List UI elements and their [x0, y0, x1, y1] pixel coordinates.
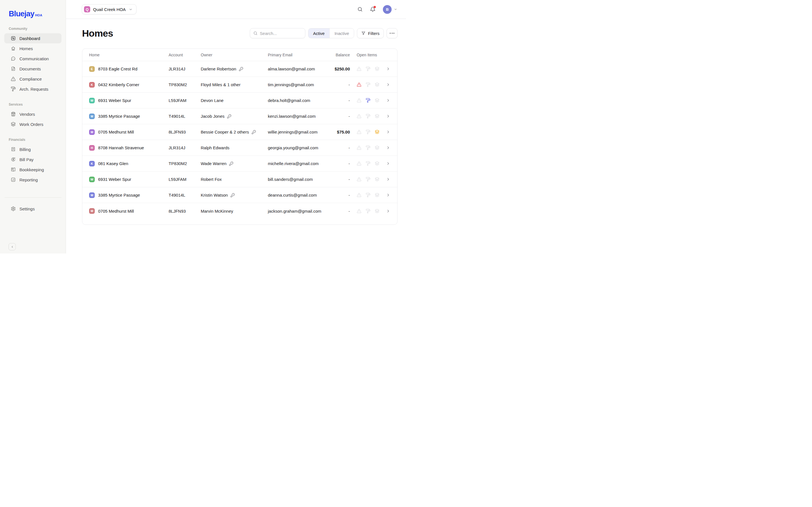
arch-request-icon — [366, 193, 370, 198]
user-menu[interactable]: B — [383, 5, 398, 14]
filters-label: Filters — [368, 31, 379, 36]
chevron-right-icon — [386, 209, 391, 214]
sidebar-item-bookkeeping[interactable]: Bookkeeping — [4, 165, 61, 175]
table-search — [250, 28, 305, 38]
th-home: Home — [89, 53, 168, 57]
dot-icon — [393, 33, 395, 34]
open-items-cell — [350, 209, 379, 214]
owner-name: Bessie Cooper & 2 others — [201, 129, 249, 134]
balance-cell: - — [329, 98, 350, 103]
tab-inactive[interactable]: Inactive — [329, 29, 354, 38]
sidebar-item-work-orders[interactable]: Work Orders — [4, 119, 61, 129]
work-order-icon — [375, 145, 379, 150]
brand-suffix: HOA — [35, 13, 42, 17]
global-search-button[interactable] — [357, 6, 363, 12]
search-input[interactable] — [260, 31, 302, 36]
th-open-items: Open Items — [350, 53, 379, 57]
bill-pay-icon — [11, 157, 16, 162]
table-row[interactable]: W 6931 Weber Spur L59JFAM Devon Lane deb… — [82, 93, 397, 108]
account-cell: 8LJFN93 — [168, 209, 201, 214]
home-address: 8703 Eagle Crest Rd — [98, 66, 137, 71]
notifications-button[interactable] — [370, 6, 375, 12]
work-order-icon — [375, 82, 379, 87]
sidebar-item-compliance[interactable]: Compliance — [4, 74, 61, 84]
compliance-alert-icon — [357, 145, 361, 150]
brand-name: Bluejay — [9, 10, 34, 18]
sidebar-item-label: Arch. Requests — [19, 87, 49, 92]
email-cell: alma.lawson@gmail.com — [268, 66, 329, 71]
email-cell: tim.jennings@gmail.com — [268, 82, 329, 87]
email-cell: bill.sanders@gmail.com — [268, 177, 329, 182]
sidebar-item-arch-requests[interactable]: Arch. Requests — [4, 84, 61, 94]
sidebar-item-label: Bookkeeping — [19, 167, 44, 172]
sidebar-item-reporting[interactable]: Reporting — [4, 175, 61, 185]
work-order-icon — [375, 98, 379, 103]
arch-request-icon — [366, 114, 370, 119]
key-icon — [227, 114, 232, 119]
email-cell: michelle.rivera@gmail.com — [268, 161, 329, 166]
app-root: Bluejay HOA Community Dashboard Homes Co… — [0, 0, 406, 253]
community-selector[interactable]: Q Quail Creek HOA — [82, 4, 137, 14]
email-cell: willie.jennings@gmail.com — [268, 129, 329, 134]
home-address: 0432 Kimberly Corner — [98, 82, 139, 87]
notification-dot — [373, 6, 376, 8]
sidebar-nav: Community Dashboard Homes Communication … — [0, 18, 66, 185]
search-icon — [357, 6, 363, 12]
balance-cell: - — [329, 82, 350, 87]
home-badge: M — [89, 129, 95, 135]
home-badge: W — [89, 98, 95, 103]
work-order-icon — [375, 161, 379, 166]
account-cell: JLR314J — [168, 145, 201, 150]
sidebar-item-billing[interactable]: Billing — [4, 144, 61, 154]
account-cell: JLR314J — [168, 66, 201, 71]
community-name: Quail Creek HOA — [93, 7, 126, 12]
table-row[interactable]: M 0705 Medhurst Mill 8LJFN93 Marvin McKi… — [82, 203, 397, 219]
tab-active[interactable]: Active — [308, 29, 329, 38]
email-cell: georgia.young@gmail.com — [268, 145, 329, 150]
key-icon — [229, 161, 234, 166]
table-row[interactable]: E 8703 Eagle Crest Rd JLR314J Darlene Ro… — [82, 61, 397, 77]
owner-name: Marvin McKinney — [201, 209, 233, 214]
chevron-left-icon — [10, 245, 14, 249]
compliance-alert-icon — [357, 193, 361, 198]
billing-icon — [11, 147, 16, 152]
table-row[interactable]: M 3385 Myrtice Passage T49014L Kristin W… — [82, 187, 397, 203]
sidebar-item-vendors[interactable]: Vendors — [4, 109, 61, 119]
sidebar-item-label: Bill Pay — [19, 157, 34, 162]
sidebar-item-documents[interactable]: Documents — [4, 64, 61, 74]
sidebar-item-label: Communication — [19, 56, 49, 61]
sidebar-item-settings[interactable]: Settings — [4, 204, 61, 214]
dot-icon — [392, 33, 393, 34]
balance-cell: $75.00 — [329, 129, 350, 134]
arch-request-icon — [366, 209, 370, 214]
table-row[interactable]: W 6931 Weber Spur L59JFAM Robert Fox bil… — [82, 172, 397, 187]
arch-request-icon — [366, 129, 370, 134]
balance-cell: - — [329, 161, 350, 166]
table-row[interactable]: H 8708 Hannah Stravenue JLR314J Ralph Ed… — [82, 140, 397, 156]
home-badge: W — [89, 177, 95, 182]
topbar-right: B — [357, 5, 398, 14]
account-cell: TP830M2 — [168, 82, 201, 87]
page-header: Homes ActiveInactive Filters — [82, 28, 398, 38]
open-items-cell — [350, 193, 379, 198]
chevron-right-icon — [386, 193, 391, 198]
funnel-icon — [361, 31, 366, 36]
table-row[interactable]: M 0705 Medhurst Mill 8LJFN93 Bessie Coop… — [82, 124, 397, 140]
open-items-cell — [350, 98, 379, 103]
sidebar-item-dashboard[interactable]: Dashboard — [4, 33, 61, 43]
sidebar-item-communication[interactable]: Communication — [4, 54, 61, 64]
balance-cell: - — [329, 114, 350, 119]
table-row[interactable]: K 0432 Kimberly Corner TP830M2 Floyd Mil… — [82, 77, 397, 93]
filters-button[interactable]: Filters — [357, 28, 384, 38]
table-row[interactable]: M 3385 Myrtice Passage T49014L Jacob Jon… — [82, 108, 397, 124]
sidebar-item-bill-pay[interactable]: Bill Pay — [4, 154, 61, 165]
home-address: 8708 Hannah Stravenue — [98, 145, 144, 150]
open-items-cell — [350, 82, 379, 87]
search-icon — [253, 31, 258, 36]
more-options-button[interactable] — [387, 28, 398, 38]
sidebar-item-homes[interactable]: Homes — [4, 43, 61, 54]
table-row[interactable]: K 081 Kasey Glen TP830M2 Wade Warren mic… — [82, 156, 397, 172]
sidebar-collapse-button[interactable] — [8, 243, 16, 250]
home-address: 0705 Medhurst Mill — [98, 129, 134, 134]
owner-name: Kristin Watson — [201, 193, 228, 198]
